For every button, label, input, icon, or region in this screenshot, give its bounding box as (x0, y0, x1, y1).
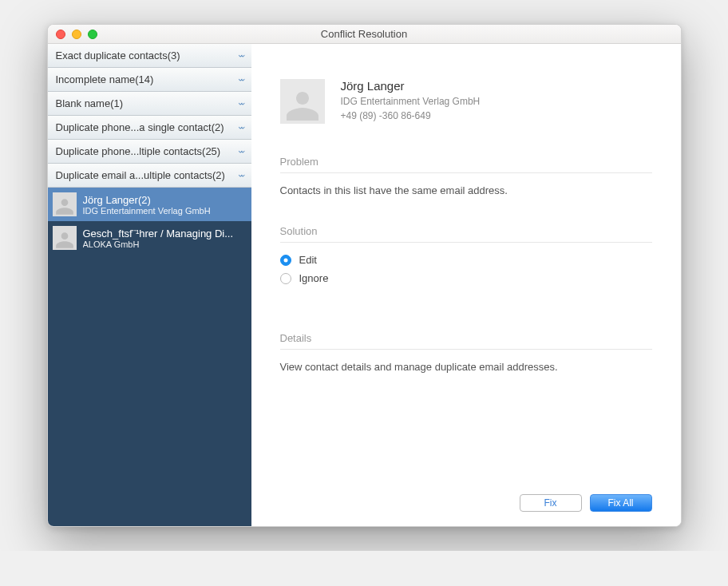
traffic-lights (56, 30, 97, 39)
category-label: Incomplete name(14) (56, 73, 154, 85)
contact-text: Gesch_ftsf¨¹hrer / Managing Di... ALOKA … (83, 228, 234, 249)
expand-icon: ›› (239, 54, 244, 57)
category-blank-name[interactable]: Blank name(1) ›› (48, 92, 251, 116)
category-label: Duplicate phone...ltiple contacts(25) (56, 145, 221, 157)
minimize-button[interactable] (72, 30, 81, 39)
window: Conflict Resolution Exact duplicate cont… (47, 24, 682, 527)
avatar (53, 192, 77, 216)
expand-icon: ›› (239, 150, 244, 153)
titlebar[interactable]: Conflict Resolution (48, 25, 681, 44)
radio-icon (280, 273, 291, 284)
problem-label: Problem (280, 156, 652, 168)
contact-sub: IDG Entertainment Verlag GmbH (83, 206, 211, 216)
category-dup-email-multiple[interactable]: Duplicate email a...ultiple contacts(2) … (48, 164, 251, 188)
contact-name: Gesch_ftsf¨¹hrer / Managing Di... (83, 228, 234, 240)
details-label: Details (280, 332, 652, 344)
category-exact-duplicate[interactable]: Exact duplicate contacts(3) ›› (48, 44, 251, 68)
fix-button[interactable]: Fix (520, 494, 582, 512)
expand-icon: ›› (239, 174, 244, 177)
problem-text: Contacts in this list have the same emai… (280, 184, 652, 196)
radio-label: Edit (299, 254, 317, 266)
contact-text: Jörg Langer(2) IDG Entertainment Verlag … (83, 194, 211, 216)
contact-info: Jörg Langer IDG Entertainment Verlag Gmb… (341, 79, 481, 124)
contact-row[interactable]: Gesch_ftsf¨¹hrer / Managing Di... ALOKA … (48, 221, 251, 255)
detail-company: IDG Entertainment Verlag GmbH (341, 94, 481, 109)
radio-icon (280, 255, 291, 266)
content: Exact duplicate contacts(3) ›› Incomplet… (48, 44, 681, 526)
radio-ignore[interactable]: Ignore (280, 272, 652, 284)
details-text: View contact details and manage duplicat… (280, 361, 652, 373)
person-icon (283, 85, 322, 124)
sidebar: Exact duplicate contacts(3) ›› Incomplet… (48, 44, 251, 526)
avatar (280, 79, 325, 124)
divider (280, 349, 652, 350)
expand-icon: ›› (239, 78, 244, 81)
main-panel: Jörg Langer IDG Entertainment Verlag Gmb… (251, 44, 681, 526)
person-icon (54, 229, 75, 250)
divider (280, 172, 652, 173)
solution-label: Solution (280, 225, 652, 237)
footer: Fix Fix All (280, 478, 652, 512)
contact-sub: ALOKA GmbH (83, 240, 234, 249)
contact-header: Jörg Langer IDG Entertainment Verlag Gmb… (280, 79, 652, 124)
category-dup-phone-single[interactable]: Duplicate phone...a single contact(2) ›› (48, 116, 251, 140)
category-label: Duplicate email a...ultiple contacts(2) (56, 169, 225, 181)
category-incomplete-name[interactable]: Incomplete name(14) ›› (48, 68, 251, 92)
solution-options: Edit Ignore (280, 254, 652, 284)
window-title: Conflict Resolution (48, 28, 681, 40)
expand-icon: ›› (239, 102, 244, 105)
contact-row[interactable]: Jörg Langer(2) IDG Entertainment Verlag … (48, 188, 251, 221)
category-label: Duplicate phone...a single contact(2) (56, 121, 224, 133)
radio-edit[interactable]: Edit (280, 254, 652, 266)
contact-name: Jörg Langer(2) (83, 194, 211, 206)
expand-icon: ›› (239, 126, 244, 129)
fix-all-button[interactable]: Fix All (590, 494, 652, 512)
radio-label: Ignore (299, 272, 329, 284)
category-label: Exact duplicate contacts(3) (56, 49, 180, 61)
detail-phone: +49 (89) -360 86-649 (341, 109, 481, 123)
close-button[interactable] (56, 30, 65, 39)
category-label: Blank name(1) (56, 97, 124, 109)
category-dup-phone-multiple[interactable]: Duplicate phone...ltiple contacts(25) ›› (48, 140, 251, 164)
maximize-button[interactable] (88, 30, 97, 39)
person-icon (54, 196, 75, 216)
avatar (53, 226, 77, 250)
divider (280, 242, 652, 243)
detail-name: Jörg Langer (341, 79, 481, 93)
